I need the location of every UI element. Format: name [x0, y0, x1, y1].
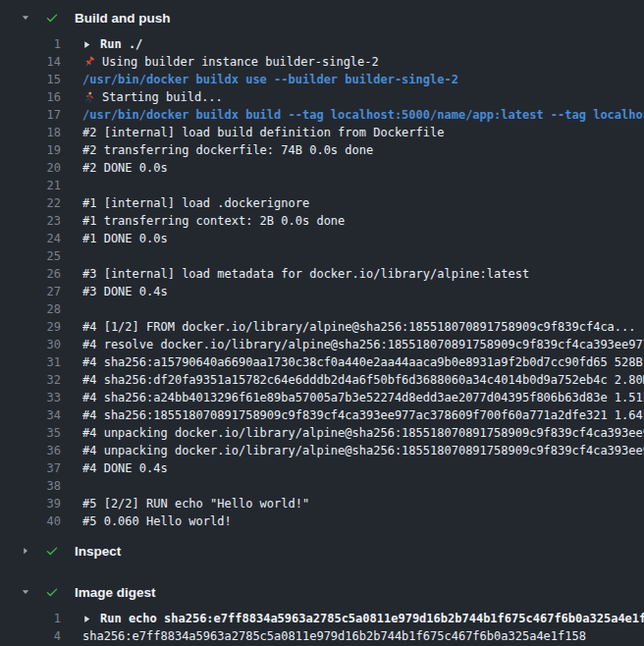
log-text-content: #5 0.060 Hello world!: [82, 514, 232, 528]
section-header-build-and-push[interactable]: Build and push: [0, 0, 644, 35]
section-header-inspect[interactable]: Inspect: [0, 533, 644, 568]
log-text: #3 DONE 0.4s: [82, 285, 644, 298]
line-number[interactable]: 23: [0, 214, 61, 228]
line-number[interactable]: 17: [0, 108, 61, 122]
log-text-content: Using builder instance builder-single-2: [102, 55, 379, 69]
log-line: 38: [0, 477, 644, 495]
line-number[interactable]: 39: [0, 497, 61, 511]
line-number[interactable]: 30: [0, 338, 61, 351]
log-text-content: /usr/bin/docker buildx build --tag local…: [82, 108, 644, 122]
log-text: #4 unpacking docker.io/library/alpine@sh…: [82, 426, 644, 440]
section-title: Image digest: [75, 585, 156, 600]
expand-group-icon[interactable]: [82, 40, 91, 49]
log-text: #4 sha256:185518070891758909c9f839cf4ca3…: [82, 408, 644, 422]
expand-group-icon[interactable]: [82, 615, 91, 623]
log-text: #2 DONE 0.0s: [82, 161, 644, 175]
log-line: 37#4 DONE 0.4s: [0, 459, 644, 477]
section-header-image-digest[interactable]: Image digest: [0, 574, 644, 610]
log-text: #2 transferring dockerfile: 74B 0.0s don…: [82, 143, 644, 157]
log-text: #2 [internal] load build definition from…: [82, 126, 644, 139]
line-number[interactable]: 4: [0, 629, 61, 643]
line-number[interactable]: 19: [0, 143, 61, 157]
log-text-content: #1 transferring context: 2B 0.0s done: [82, 214, 345, 228]
line-number[interactable]: 21: [0, 179, 61, 192]
log-line: 28: [0, 300, 644, 318]
section-body-build-and-push: 1Run ./14Using builder instance builder-…: [0, 35, 644, 530]
line-number[interactable]: 18: [0, 126, 61, 139]
section-title: Inspect: [75, 544, 121, 559]
line-number[interactable]: 22: [0, 196, 61, 210]
triangle-right-icon: [20, 546, 31, 556]
line-number[interactable]: 38: [0, 479, 61, 493]
line-number[interactable]: 34: [0, 408, 61, 422]
line-number[interactable]: 27: [0, 285, 61, 298]
log-line: 22#1 [internal] load .dockerignore: [0, 194, 644, 212]
line-number[interactable]: 1: [0, 37, 61, 51]
line-number[interactable]: 1: [0, 612, 61, 625]
log-text: /usr/bin/docker buildx build --tag local…: [82, 108, 644, 122]
line-number[interactable]: 36: [0, 444, 61, 458]
log-line: 19#2 transferring dockerfile: 74B 0.0s d…: [0, 141, 644, 159]
log-line: 31#4 sha256:a15790640a6690aa1730c38cf0a4…: [0, 353, 644, 371]
log-text-content: #4 [1/2] FROM docker.io/library/alpine@s…: [82, 320, 636, 334]
log-line: 4sha256:e7ff8834a5963a2785c5a0811e979d16…: [0, 627, 644, 645]
log-text-content: #4 sha256:a15790640a6690aa1730c38cf0a440…: [82, 355, 644, 369]
log-text: Starting build...: [82, 90, 644, 104]
line-number[interactable]: 31: [0, 355, 61, 369]
log-line: 23#1 transferring context: 2B 0.0s done: [0, 212, 644, 230]
log-line: 33#4 sha256:a24bb4013296f61e89ba57005a7b…: [0, 389, 644, 406]
section-body-image-digest: 1Run echo sha256:e7ff8834a5963a2785c5a08…: [0, 610, 644, 645]
line-number[interactable]: 25: [0, 249, 61, 263]
log-text-content: #2 DONE 0.0s: [82, 161, 168, 175]
log-text-content: #4 unpacking docker.io/library/alpine@sh…: [82, 444, 644, 458]
line-number[interactable]: 24: [0, 232, 61, 245]
log-text: #4 DONE 0.4s: [82, 461, 644, 475]
log-line: 35#4 unpacking docker.io/library/alpine@…: [0, 424, 644, 442]
log-text-content: #4 sha256:df20fa9351a15782c64e6dddb2d4a6…: [82, 373, 644, 387]
log-line: 39#5 [2/2] RUN echo "Hello world!": [0, 495, 644, 512]
line-number[interactable]: 29: [0, 320, 61, 334]
pushpin-icon: [82, 56, 95, 69]
line-number[interactable]: 15: [0, 73, 61, 86]
log-line: 34#4 sha256:185518070891758909c9f839cf4c…: [0, 406, 644, 424]
line-number[interactable]: 37: [0, 461, 61, 475]
log-line: 20#2 DONE 0.0s: [0, 159, 644, 177]
line-number[interactable]: 28: [0, 302, 61, 316]
line-number[interactable]: 40: [0, 514, 61, 528]
log-text-content: sha256:e7ff8834a5963a2785c5a0811e979d16b…: [82, 629, 586, 643]
check-icon: [45, 11, 59, 25]
log-line: 24#1 DONE 0.0s: [0, 230, 644, 247]
log-text: #4 sha256:a24bb4013296f61e89ba57005a7b3e…: [82, 391, 644, 404]
log-line: 40#5 0.060 Hello world!: [0, 512, 644, 530]
log-line: 36#4 unpacking docker.io/library/alpine@…: [0, 442, 644, 459]
log-text: #5 [2/2] RUN echo "Hello world!": [82, 497, 644, 511]
line-number[interactable]: 14: [0, 55, 61, 69]
log-text-content: #5 [2/2] RUN echo "Hello world!": [82, 497, 309, 511]
runner-icon: [82, 91, 95, 104]
log-text: #4 sha256:a15790640a6690aa1730c38cf0a440…: [82, 355, 644, 369]
line-number[interactable]: 26: [0, 267, 61, 281]
log-text: sha256:e7ff8834a5963a2785c5a0811e979d16b…: [82, 629, 644, 643]
log-line: 25: [0, 247, 644, 265]
line-number[interactable]: 32: [0, 373, 61, 387]
log-line: 1Run ./: [0, 35, 644, 53]
line-number[interactable]: 20: [0, 161, 61, 175]
log-text: #4 [1/2] FROM docker.io/library/alpine@s…: [82, 320, 644, 334]
line-number[interactable]: 33: [0, 391, 61, 404]
log-line: 21: [0, 177, 644, 194]
log-text-content: #1 [internal] load .dockerignore: [82, 196, 309, 210]
log-text-content: Run ./: [100, 37, 142, 51]
log-text-content: #3 DONE 0.4s: [82, 285, 168, 298]
line-number[interactable]: 16: [0, 90, 61, 104]
line-number[interactable]: 35: [0, 426, 61, 440]
log-text: #4 sha256:df20fa9351a15782c64e6dddb2d4a6…: [82, 373, 644, 387]
log-text-content: #4 DONE 0.4s: [82, 461, 168, 475]
log-text-content: #2 transferring dockerfile: 74B 0.0s don…: [82, 143, 373, 157]
log-line: 15/usr/bin/docker buildx use --builder b…: [0, 71, 644, 88]
log-text-content: Starting build...: [102, 90, 223, 104]
log-text-content: #4 sha256:185518070891758909c9f839cf4ca3…: [82, 408, 644, 422]
workflow-job-log: Build and push1Run ./14Using builder ins…: [0, 0, 644, 645]
log-text-content: #3 [internal] load metadata for docker.i…: [82, 267, 529, 281]
log-line: 27#3 DONE 0.4s: [0, 283, 644, 300]
log-line: 30#4 resolve docker.io/library/alpine@sh…: [0, 336, 644, 353]
